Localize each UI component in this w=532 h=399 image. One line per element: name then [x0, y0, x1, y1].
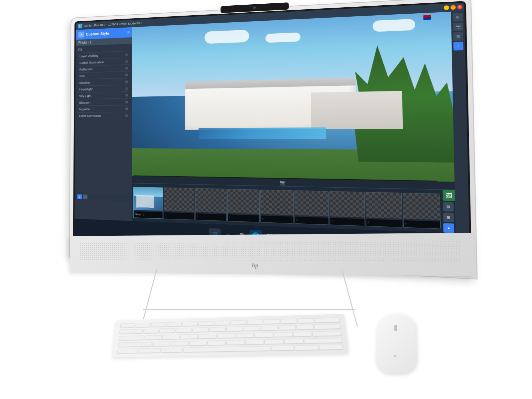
filmstrip-action-3[interactable]: ⊠ [443, 212, 454, 222]
thumb-9-checker [403, 193, 440, 219]
key[interactable] [167, 322, 182, 327]
key[interactable] [261, 326, 278, 331]
filmstrip-thumb-4[interactable]: 4 [227, 189, 260, 222]
mouse[interactable]: hp [375, 314, 417, 373]
key[interactable] [119, 329, 143, 334]
filmstrip-thumb-7[interactable]: 7 [330, 191, 365, 226]
key[interactable] [265, 339, 284, 344]
key[interactable] [217, 333, 235, 338]
fx-color-correction[interactable]: Color Correction ◎ [78, 112, 129, 119]
right-panel-btn-3[interactable]: ⊠ [453, 32, 463, 41]
keyboard[interactable] [112, 314, 349, 357]
add-photo-button[interactable]: 🖼 [443, 190, 456, 201]
key[interactable] [193, 328, 209, 332]
right-panel-btn-4[interactable]: ● [454, 42, 464, 51]
key[interactable] [144, 335, 162, 340]
key[interactable] [226, 327, 243, 332]
thumb-1-text: Photo - 1 [135, 213, 145, 216]
key[interactable] [274, 332, 293, 337]
key[interactable] [281, 319, 297, 324]
filmstrip-action-buttons: 🖼 ⊞ ⊠ ● [443, 190, 456, 233]
key[interactable] [180, 334, 198, 339]
key[interactable] [264, 319, 280, 324]
sky-light-toggle-icon[interactable]: ◎ [125, 93, 128, 97]
key[interactable] [231, 320, 247, 325]
filmstrip-thumb-9[interactable]: 9 [403, 193, 441, 229]
key[interactable] [143, 329, 159, 333]
key[interactable] [247, 320, 263, 325]
key[interactable] [244, 326, 261, 331]
key[interactable] [236, 333, 254, 338]
key[interactable] [245, 339, 264, 344]
vignette-toggle-icon[interactable]: ◎ [125, 107, 128, 110]
key[interactable] [315, 318, 340, 323]
key[interactable] [199, 321, 214, 326]
filmstrip-thumb-5[interactable]: 5 [260, 190, 294, 223]
alt-gr-key[interactable] [271, 345, 294, 350]
filmstrip-thumb-3[interactable]: 3 [195, 188, 227, 221]
thumb-7-label: 7 [330, 218, 365, 226]
ctrl-right-key[interactable] [319, 345, 343, 350]
maximize-button[interactable]: □ [451, 5, 456, 10]
hyperlight-toggle-icon[interactable]: ◎ [125, 86, 128, 90]
fx-sharpen[interactable]: Sharpen ◎ [78, 98, 129, 106]
key[interactable] [176, 328, 192, 332]
key[interactable] [199, 334, 216, 339]
page-dot-1[interactable]: 1 [77, 194, 82, 199]
shadow-toggle-icon[interactable]: ◎ [125, 79, 128, 83]
minimize-button[interactable]: ─ [444, 5, 449, 10]
key[interactable] [159, 328, 175, 333]
space-key[interactable] [183, 346, 270, 352]
sun-toggle-icon[interactable]: ◎ [125, 73, 128, 76]
camera-icon[interactable]: 📷 [280, 180, 286, 186]
left-shift-key[interactable] [118, 342, 152, 347]
key[interactable] [296, 325, 314, 330]
filmstrip-thumb-8[interactable]: 8 [365, 192, 402, 227]
reflection-toggle-icon[interactable]: ◎ [125, 66, 128, 70]
key[interactable] [189, 340, 207, 345]
key[interactable] [284, 338, 303, 343]
key[interactable] [314, 324, 340, 330]
ctrl-key[interactable] [117, 348, 139, 353]
sharpen-toggle-icon[interactable]: ◎ [125, 100, 128, 104]
gi-toggle-icon[interactable]: ◎ [125, 59, 128, 63]
mouse-scroll-wheel[interactable] [394, 325, 397, 331]
thumb-9-num: 9 [405, 222, 407, 225]
key[interactable] [255, 332, 273, 337]
sidebar-menu-icon[interactable]: ≡ [127, 30, 130, 35]
filmstrip-action-4[interactable]: ● [443, 223, 454, 233]
key[interactable] [162, 334, 180, 339]
filmstrip-action-2[interactable]: ⊞ [443, 202, 454, 211]
alt-key[interactable] [161, 348, 183, 353]
right-panel-btn-2[interactable]: 📷 [453, 22, 463, 31]
key[interactable] [293, 332, 312, 336]
thumb-5-checker [261, 190, 293, 215]
key[interactable] [298, 318, 315, 323]
right-panel-btn-1[interactable]: ⊞ [453, 13, 463, 22]
key[interactable] [152, 341, 170, 346]
fx-sky-light[interactable]: Sky Light ◎ [78, 91, 129, 99]
filmstrip-thumb-2[interactable]: 2 [164, 187, 194, 220]
filmstrip-thumb-6[interactable]: 6 [294, 190, 329, 225]
key[interactable] [207, 340, 226, 345]
right-shift-key[interactable] [304, 338, 342, 343]
page-dot-2[interactable]: 2 [83, 195, 87, 200]
fn-key[interactable] [139, 348, 161, 353]
caps-lock-key[interactable] [119, 335, 144, 340]
enter-key[interactable] [313, 331, 341, 336]
key[interactable] [214, 321, 230, 325]
key[interactable] [135, 323, 151, 327]
key[interactable] [209, 327, 226, 332]
key[interactable] [171, 341, 189, 346]
visibility-icon[interactable]: ◎ [125, 53, 128, 56]
filmstrip-thumb-1[interactable]: Photo - 1 [133, 187, 163, 219]
key[interactable] [183, 321, 198, 326]
key[interactable] [226, 340, 245, 345]
fx-vignette[interactable]: Vignette ◎ [78, 105, 129, 112]
color-correction-toggle-icon[interactable]: ◎ [125, 113, 128, 117]
menu-key[interactable] [295, 345, 319, 350]
key[interactable] [151, 322, 166, 327]
close-button[interactable]: ✕ [457, 5, 463, 10]
key[interactable] [120, 323, 135, 328]
key[interactable] [279, 325, 296, 330]
